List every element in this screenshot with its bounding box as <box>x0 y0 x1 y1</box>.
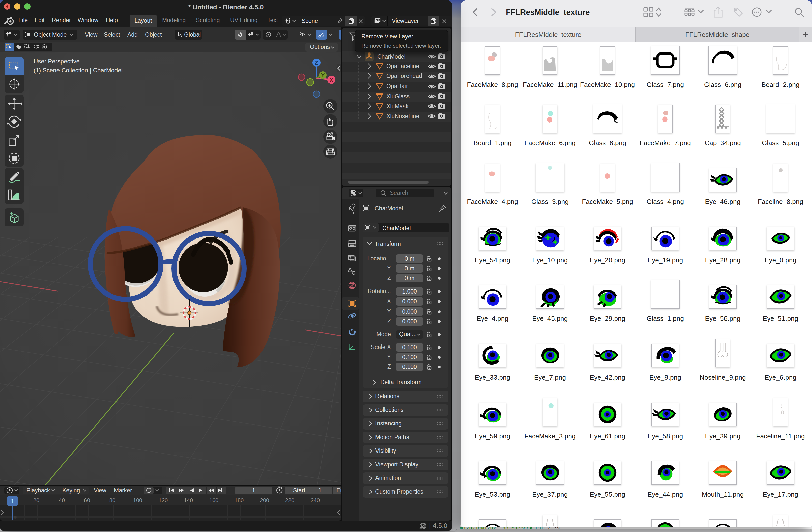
svg-text:180: 180 <box>234 497 244 503</box>
svg-text:60: 60 <box>84 497 90 503</box>
svg-text:OpaFaceline: OpaFaceline <box>386 63 419 69</box>
svg-text:100: 100 <box>133 497 143 503</box>
svg-text:240: 240 <box>311 497 320 503</box>
svg-text:View: View <box>94 487 106 494</box>
svg-text:140: 140 <box>184 497 193 503</box>
svg-text:1: 1 <box>11 498 14 504</box>
svg-text:Playback: Playback <box>27 487 50 494</box>
svg-text:200: 200 <box>260 497 269 503</box>
svg-text:20: 20 <box>33 497 39 503</box>
svg-text:Z: Z <box>315 59 318 66</box>
svg-text:XluGlass: XluGlass <box>386 93 409 100</box>
svg-text:Start: Start <box>293 487 305 494</box>
svg-text:80: 80 <box>110 497 116 503</box>
svg-text:160: 160 <box>209 497 219 503</box>
svg-text:En: En <box>336 487 341 494</box>
svg-text:Keying: Keying <box>62 487 80 494</box>
svg-text:1: 1 <box>318 487 321 494</box>
svg-text:XluMask: XluMask <box>386 103 409 110</box>
svg-text:CharModel: CharModel <box>377 53 406 60</box>
svg-text:40: 40 <box>59 497 65 503</box>
svg-text:Y: Y <box>321 72 325 79</box>
svg-text:User Perspective: User Perspective <box>33 58 80 65</box>
svg-text:OpaHair: OpaHair <box>386 83 408 89</box>
svg-text:120: 120 <box>159 497 168 503</box>
svg-text:220: 220 <box>285 497 294 503</box>
svg-text:Marker: Marker <box>114 487 132 494</box>
svg-text:XluNoseLine: XluNoseLine <box>386 113 419 120</box>
svg-text:X: X <box>330 77 333 83</box>
svg-text:1: 1 <box>252 487 256 494</box>
svg-text:OpaForehead: OpaForehead <box>386 73 422 79</box>
svg-text:(1) Scene Collection | CharMod: (1) Scene Collection | CharModel <box>33 67 122 74</box>
